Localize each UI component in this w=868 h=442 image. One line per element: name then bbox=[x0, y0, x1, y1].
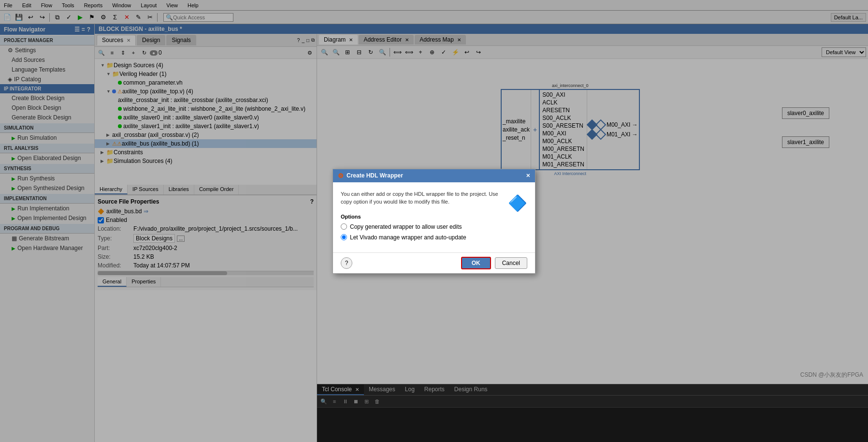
modal-footer: ? OK Cancel bbox=[333, 252, 535, 273]
modal-text-area: You can either add or copy the HDL wrapp… bbox=[341, 190, 502, 245]
modal-close-icon[interactable]: ✕ bbox=[526, 173, 530, 179]
modal-overlay: ⚙ Create HDL Wrapper ✕ You can either ad… bbox=[0, 0, 868, 442]
modal-header-icons: ✕ bbox=[526, 173, 530, 179]
label-copy: Copy generated wrapper to allow user edi… bbox=[350, 223, 462, 230]
modal-body: You can either add or copy the HDL wrapp… bbox=[333, 182, 535, 252]
cancel-button[interactable]: Cancel bbox=[495, 257, 527, 269]
modal-header: ⚙ Create HDL Wrapper ✕ bbox=[333, 169, 535, 182]
help-button[interactable]: ? bbox=[341, 257, 352, 269]
help-icon: ? bbox=[345, 260, 348, 266]
modal-content-row: You can either add or copy the HDL wrapp… bbox=[341, 190, 527, 245]
modal-title: Create HDL Wrapper bbox=[347, 172, 403, 179]
modal-description: You can either add or copy the HDL wrapp… bbox=[341, 190, 502, 206]
modal-options-title: Options bbox=[341, 214, 502, 220]
create-hdl-wrapper-modal: ⚙ Create HDL Wrapper ✕ You can either ad… bbox=[333, 169, 535, 274]
radio-managed[interactable] bbox=[341, 234, 347, 240]
modal-option-copy: Copy generated wrapper to allow user edi… bbox=[341, 223, 502, 230]
cancel-label: Cancel bbox=[502, 260, 520, 266]
ok-button[interactable]: OK bbox=[461, 257, 491, 269]
vivado-brand-icon: 🔷 bbox=[508, 194, 527, 212]
modal-option-managed: Let Vivado manage wrapper and auto-updat… bbox=[341, 234, 502, 241]
ok-label: OK bbox=[472, 260, 480, 266]
radio-copy[interactable] bbox=[341, 223, 347, 230]
modal-header-left: ⚙ Create HDL Wrapper bbox=[338, 172, 403, 179]
vivado-logo-icon: ⚙ bbox=[338, 172, 344, 179]
modal-logo-area: 🔷 bbox=[508, 190, 527, 245]
label-managed: Let Vivado manage wrapper and auto-updat… bbox=[350, 234, 466, 241]
